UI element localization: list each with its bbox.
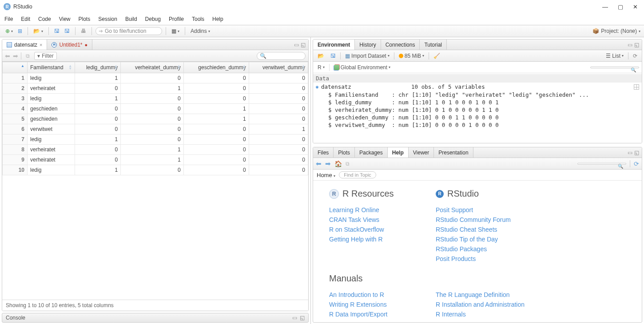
grid-button[interactable]: ▦▾ [170,27,181,35]
help-popout-button[interactable]: ⧉ [346,161,350,167]
tab-environment[interactable]: Environment [313,40,355,50]
help-link[interactable]: An Introduction to R [329,290,409,300]
minimize-pane-icon[interactable]: ▭ [292,315,297,321]
help-link[interactable]: Posit Products [436,254,516,264]
menu-profile[interactable]: Profile [165,14,188,24]
tab-plots[interactable]: Plots [334,147,355,158]
env-variable-row[interactable]: $ verwitwet_dummy : num [1:10] 0 0 0 0 0… [313,121,642,129]
help-link[interactable]: RStudio Community Forum [436,215,516,225]
help-home-button[interactable]: 🏠 [334,160,342,167]
save-all-button[interactable]: 🖫 [63,27,72,35]
table-row[interactable]: 1ledig1000 [3,73,308,83]
help-link[interactable]: R Data Import/Export [329,309,409,319]
table-row[interactable]: 8verheiratet0100 [3,145,308,155]
addins-button[interactable]: Addins ▾ [189,27,212,35]
tab-packages[interactable]: Packages [355,147,388,158]
env-variable-row[interactable]: $ geschieden_dummy : num [1:10] 0 0 0 1 … [313,114,642,121]
env-language-selector[interactable]: R ▾ [316,63,326,71]
menu-plots[interactable]: Plots [75,14,95,24]
view-data-icon[interactable] [634,84,639,90]
table-row[interactable]: 4geschieden0010 [3,104,308,114]
col-header[interactable]: verwitwet_dummy▲▼ [249,62,308,73]
minimize-pane-icon[interactable]: ▭ [294,42,299,48]
env-view-mode[interactable]: ☰ List ▾ [604,52,625,60]
table-row[interactable]: 5geschieden0010 [3,114,308,124]
minimize-pane-icon[interactable]: ▭ [628,42,632,48]
close-icon[interactable]: ● [85,42,88,47]
maximize-pane-icon[interactable]: ◱ [634,42,639,48]
goto-file-input[interactable]: ➔Go to file/function [95,27,162,35]
help-link[interactable]: The R Language Definition [436,290,525,300]
help-link[interactable]: Learning R Online [329,205,409,215]
menu-edit[interactable]: Edit [17,14,34,24]
save-workspace-button[interactable]: 🖫 [329,52,338,60]
save-button[interactable]: 🖫 [52,27,61,35]
minimize-pane-icon[interactable]: ▭ [628,150,632,156]
help-link[interactable]: RStudio Tip of the Day [436,234,516,244]
data-grid[interactable]: ▲ Familienstand▲▼ ledig_dummy▲▼ verheira… [2,62,308,300]
maximize-pane-icon[interactable]: ◱ [300,315,305,321]
table-row[interactable]: 9verheiratet0100 [3,155,308,165]
menu-code[interactable]: Code [34,14,55,24]
col-header[interactable]: ledig_dummy▲▼ [75,62,121,73]
tab-help[interactable]: Help [388,147,409,158]
tab-tutorial[interactable]: Tutorial [420,40,447,50]
menu-help[interactable]: Help [208,14,227,24]
menu-file[interactable]: File [3,14,17,24]
help-link[interactable]: R Installation and Administration [436,300,525,309]
project-selector[interactable]: 📦Project: (None) ▾ [592,28,640,34]
forward-arrow-icon[interactable]: ➡ [13,52,18,59]
import-dataset-button[interactable]: ▦Import Dataset ▾ [343,52,391,60]
clear-workspace-button[interactable]: 🧹 [432,52,442,60]
tab-connections[interactable]: Connections [381,40,420,50]
help-link[interactable]: R Internals [436,309,525,319]
close-button[interactable]: ✕ [633,4,638,10]
expand-icon[interactable]: ◉ [316,84,318,89]
env-variable-row[interactable]: $ verheiratet_dummy: num [1:10] 0 1 0 0 … [313,106,642,114]
tab-viewer[interactable]: Viewer [409,147,434,158]
env-object-row[interactable]: ◉ datensatz 10 obs. of 5 variables [313,83,642,91]
env-search-input[interactable] [590,67,639,68]
new-project-button[interactable]: ⊞ [16,27,24,35]
memory-usage[interactable]: 85 MiB ▾ [397,52,426,60]
help-breadcrumb[interactable]: Home ▾ [317,172,335,178]
tab-datensatz[interactable]: datensatz × [2,40,47,50]
help-search-input[interactable] [577,163,626,165]
tab-untitled1[interactable]: R Untitled1* ● [47,40,92,50]
maximize-pane-icon[interactable]: ◱ [634,150,639,156]
help-link[interactable]: CRAN Task Views [329,215,409,225]
col-header[interactable]: Familienstand▲▼ [28,62,75,73]
help-link[interactable]: Getting Help with R [329,234,409,244]
env-variable-row[interactable]: $ Familienstand : chr [1:10] "ledig" "ve… [313,91,642,99]
rownum-header[interactable]: ▲ [3,62,28,73]
menu-build[interactable]: Build [121,14,141,24]
refresh-env-button[interactable]: ⟳ [631,52,639,60]
menu-debug[interactable]: Debug [141,14,165,24]
back-arrow-icon[interactable]: ⬅ [5,52,10,59]
menu-session[interactable]: Session [94,14,121,24]
find-in-topic-input[interactable]: Find in Topic [339,171,376,178]
table-row[interactable]: 10ledig1000 [3,165,308,175]
print-button[interactable]: 🖶 [79,27,88,35]
col-header[interactable]: verheiratet_dummy▲▼ [121,62,183,73]
table-row[interactable]: 2verheiratet0100 [3,83,308,94]
tab-history[interactable]: History [355,40,381,50]
table-row[interactable]: 3ledig1000 [3,94,308,104]
minimize-button[interactable]: — [602,4,608,10]
help-link[interactable]: R on StackOverflow [329,225,409,234]
tab-presentation[interactable]: Presentation [434,147,473,158]
popout-button[interactable]: ⧉ [24,52,32,60]
help-forward-button[interactable]: ➡ [325,160,331,168]
menu-tools[interactable]: Tools [188,14,208,24]
tab-files[interactable]: Files [313,147,334,158]
table-row[interactable]: 7ledig1000 [3,134,308,145]
open-file-button[interactable]: 📂▾ [32,27,45,35]
new-file-button[interactable]: ⊕▾ [4,27,15,35]
maximize-button[interactable]: ▢ [618,4,623,10]
menu-view[interactable]: View [55,14,75,24]
help-link[interactable]: Writing R Extensions [329,300,409,309]
console-pane-header[interactable]: Console ▭ ◱ [2,313,309,323]
load-workspace-button[interactable]: 📂 [316,52,326,60]
maximize-pane-icon[interactable]: ◱ [301,42,306,48]
table-row[interactable]: 6verwitwet0001 [3,124,308,134]
